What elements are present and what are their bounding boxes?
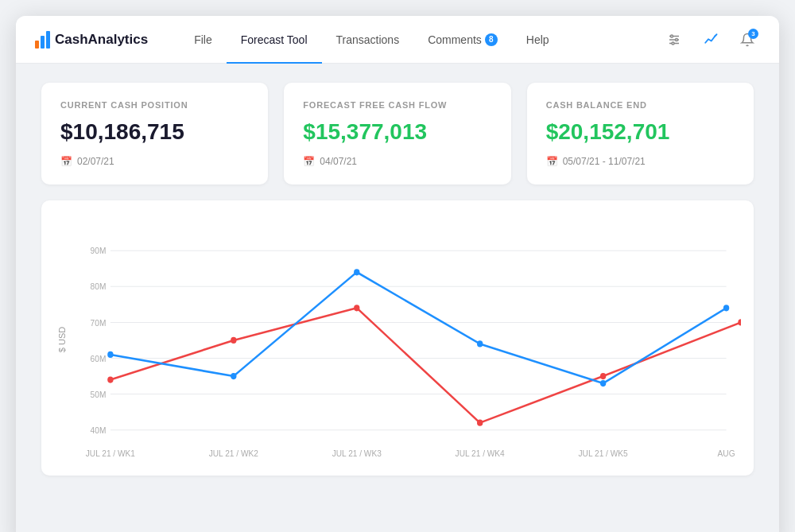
svg-point-33 (477, 420, 483, 426)
notification-icon[interactable]: 3 (735, 27, 760, 52)
svg-text:50M: 50M (91, 389, 107, 399)
calendar-icon-3: 📅 (546, 156, 558, 167)
nav-help[interactable]: Help (512, 16, 564, 64)
nav-file[interactable]: File (180, 16, 227, 64)
svg-point-5 (672, 42, 674, 45)
svg-point-4 (676, 38, 678, 41)
card-forecast-value: $15,377,013 (303, 119, 491, 145)
svg-point-30 (107, 376, 113, 382)
card-forecast-free: FORECAST FREE CASH FLOW $15,377,013 📅 04… (284, 83, 510, 184)
calendar-icon-2: 📅 (303, 156, 315, 167)
card-current-cash-label: CURRENT CASH POSITION (60, 100, 249, 110)
svg-text:60M: 60M (91, 353, 107, 363)
svg-text:90M: 90M (91, 246, 107, 256)
card-balance-value: $20,152,701 (546, 119, 735, 145)
nav-forecast-tool[interactable]: Forecast Tool (227, 16, 322, 64)
card-balance-date: 📅 05/07/21 - 11/07/21 (546, 156, 735, 167)
svg-point-25 (231, 373, 236, 379)
svg-point-34 (600, 373, 606, 379)
card-current-cash: CURRENT CASH POSITION $10,186,715 📅 02/0… (41, 83, 268, 184)
svg-text:80M: 80M (91, 282, 107, 292)
nav-icons: 3 (661, 27, 760, 52)
chart-icon[interactable] (698, 27, 723, 52)
card-balance-label: CASH BALANCE END (546, 100, 735, 110)
svg-text:70M: 70M (91, 317, 107, 328)
nav-links: File Forecast Tool Transactions Comments… (180, 16, 661, 64)
svg-text:JUL 21 / WK2: JUL 21 / WK2 (209, 448, 258, 458)
svg-text:JUL 21 / WK3: JUL 21 / WK3 (332, 448, 382, 458)
logo-text: CashAnalytics (55, 32, 148, 48)
svg-point-24 (107, 351, 113, 358)
svg-point-28 (600, 380, 606, 386)
comments-badge: 8 (485, 33, 498, 46)
svg-text:40M: 40M (91, 425, 107, 435)
calendar-icon-1: 📅 (60, 156, 72, 167)
chart-card: $ USD 90M80M70M60M50M40MJUL 21 / WK1JUL … (41, 200, 754, 476)
settings-icon[interactable] (661, 27, 687, 52)
logo[interactable]: CashAnalytics (35, 31, 148, 49)
y-axis-label: $ USD (57, 327, 67, 352)
card-cash-balance: CASH BALANCE END $20,152,701 📅 05/07/21 … (527, 83, 754, 184)
cards-row: CURRENT CASH POSITION $10,186,715 📅 02/0… (41, 83, 754, 184)
svg-point-27 (477, 340, 483, 347)
svg-point-31 (231, 337, 236, 344)
nav-comments[interactable]: Comments 8 (413, 16, 512, 64)
chart-svg: 90M80M70M60M50M40MJUL 21 / WK1JUL 21 / W… (81, 216, 741, 463)
card-forecast-date: 📅 04/07/21 (303, 156, 491, 167)
svg-point-35 (738, 319, 741, 325)
svg-point-32 (354, 305, 359, 311)
navbar: CashAnalytics File Forecast Tool Transac… (16, 16, 779, 64)
card-current-cash-value: $10,186,715 (60, 119, 249, 145)
svg-text:JUL 21 / WK1: JUL 21 / WK1 (86, 448, 135, 458)
card-forecast-label: FORECAST FREE CASH FLOW (303, 100, 491, 110)
notification-badge: 3 (748, 29, 758, 39)
main-content: CURRENT CASH POSITION $10,186,715 📅 02/0… (16, 64, 779, 495)
svg-point-26 (354, 269, 359, 275)
card-current-cash-date: 📅 02/07/21 (60, 156, 249, 167)
svg-point-29 (723, 305, 729, 311)
chart-wrap: $ USD 90M80M70M60M50M40MJUL 21 / WK1JUL … (81, 216, 741, 463)
svg-text:JUL 21 / WK5: JUL 21 / WK5 (579, 448, 628, 458)
svg-text:AUG: AUG (718, 448, 735, 458)
svg-text:JUL 21 / WK4: JUL 21 / WK4 (456, 448, 505, 458)
logo-icon (35, 31, 50, 49)
nav-transactions[interactable]: Transactions (322, 16, 414, 64)
svg-point-3 (671, 35, 673, 37)
